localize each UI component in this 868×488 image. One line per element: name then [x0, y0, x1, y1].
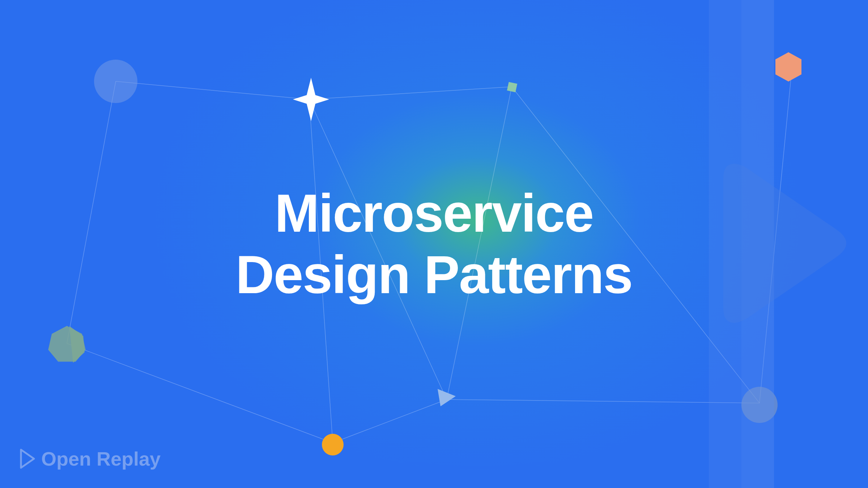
- large-play-triangle-decoration: [712, 149, 850, 339]
- banner-container: Microservice Design Patterns Open Replay: [0, 0, 868, 488]
- svg-marker-14: [48, 326, 85, 362]
- title-line-1: Microservice: [275, 183, 593, 243]
- page-title: Microservice Design Patterns: [236, 183, 633, 305]
- decoration-hexagon: [772, 51, 805, 85]
- svg-rect-16: [507, 82, 517, 92]
- decoration-small-square: [506, 81, 518, 94]
- svg-line-4: [309, 87, 512, 99]
- play-icon: [18, 448, 36, 469]
- decoration-heptagon: [47, 324, 87, 365]
- svg-line-2: [67, 343, 333, 443]
- svg-line-10: [333, 399, 447, 443]
- decoration-star-icon: [293, 78, 329, 123]
- svg-marker-17: [438, 389, 456, 406]
- svg-line-0: [116, 81, 309, 99]
- openreplay-logo: Open Replay: [18, 448, 161, 470]
- title-line-2: Design Patterns: [236, 245, 633, 304]
- svg-marker-15: [775, 52, 801, 82]
- decoration-small-triangle: [434, 385, 459, 412]
- decoration-circle-orange: [322, 434, 344, 455]
- logo-text: Open Replay: [41, 448, 161, 470]
- decoration-circle-blue: [94, 60, 137, 103]
- svg-line-1: [67, 81, 116, 343]
